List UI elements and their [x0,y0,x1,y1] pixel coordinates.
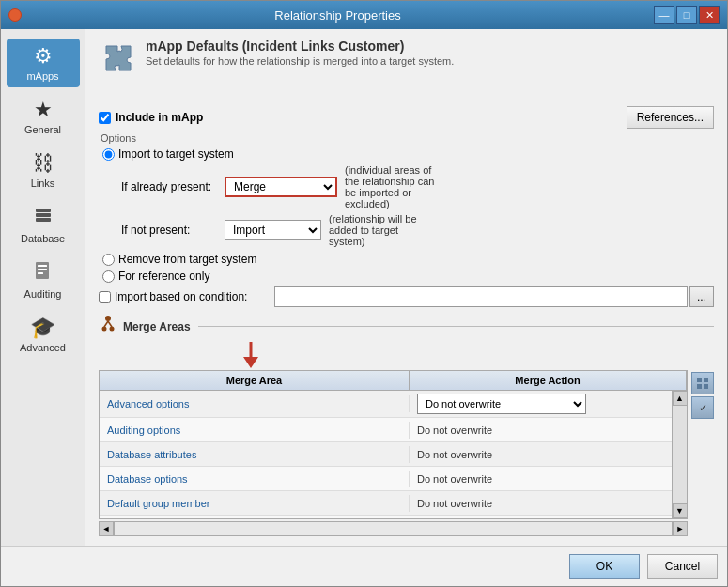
include-mapp-label[interactable]: Include in mApp [99,111,203,124]
remove-radio-row: Remove from target system [102,253,714,266]
cell-action: Do not overwrite [410,495,672,512]
cell-action: Do not overwrite [410,422,672,439]
table-section: Merge Area Merge Action Advanced options… [99,370,714,536]
merge-table: Merge Area Merge Action Advanced options… [99,370,688,519]
cell-area[interactable]: Advanced options [100,395,410,412]
table-body-wrapper: Advanced optionsDo not overwriteAuditing… [100,391,687,518]
condition-checkbox[interactable] [99,291,111,303]
table-row: Database optionsDo not overwrite [100,467,672,491]
cell-area[interactable]: Database options [100,471,410,487]
sidebar: ⚙ mApps ★ General ⛓ Links Datab [1,29,85,546]
advanced-icon: 🎓 [30,316,55,340]
reference-label: For reference only [118,270,209,283]
svg-rect-2 [36,218,51,222]
ok-button[interactable]: OK [569,554,640,579]
condition-browse-button[interactable]: ... [689,286,714,307]
already-present-label: If already present: [121,180,225,193]
content-area: ⚙ mApps ★ General ⛓ Links Datab [1,29,727,546]
cell-area[interactable]: Auditing options [100,422,410,439]
header-text: mApp Defaults (Incident Links Customer) … [146,39,454,67]
svg-rect-0 [36,209,51,212]
import-options: If already present: Merge Do not import … [121,164,714,247]
condition-row: Import based on condition: ... [99,286,714,307]
sidebar-item-advanced[interactable]: 🎓 Advanced [7,310,80,359]
import-label: Import to target system [118,147,234,161]
scroll-up-arrow[interactable]: ▲ [673,391,688,406]
import-radio[interactable] [102,148,115,161]
cancel-button[interactable]: Cancel [647,554,718,579]
col-header-area: Merge Area [100,371,410,390]
mapps-icon: ⚙ [34,44,53,69]
merge-areas-header: Merge Areas [99,315,714,338]
merge-areas-section: Merge Areas Merge Area [99,315,714,536]
svg-point-11 [110,327,115,332]
maximize-button[interactable]: □ [676,6,697,24]
condition-input[interactable] [274,286,688,307]
horizontal-scrollbar[interactable] [114,521,673,536]
red-arrow [99,342,714,368]
reference-radio[interactable] [102,270,115,283]
svg-rect-17 [704,384,708,389]
svg-rect-5 [38,269,47,270]
svg-point-10 [102,327,107,332]
cell-area[interactable]: Database attributes [100,446,410,463]
table-row: Auditing optionsDo not overwrite [100,418,672,442]
svg-rect-14 [697,378,702,382]
svg-point-7 [105,316,111,321]
action-text: Do not overwrite [417,449,492,460]
remove-radio[interactable] [102,254,115,266]
titlebar: Relationship Properties — □ ✕ [1,1,727,29]
sidebar-item-links[interactable]: ⛓ Links [7,146,80,194]
svg-marker-13 [243,357,258,368]
auditing-icon [33,260,54,286]
col-header-action: Merge Action [410,371,687,390]
reference-radio-row: For reference only [102,270,714,283]
sidebar-item-general[interactable]: ★ General [7,92,80,141]
svg-rect-4 [38,265,47,267]
references-button[interactable]: References... [627,106,714,129]
cell-action: Do not overwrite [410,391,672,417]
sidebar-item-auditing[interactable]: Auditing [7,255,80,305]
puzzle-icon [99,39,136,85]
header-subtitle: Set defaults for how the relationship is… [146,55,454,67]
sidebar-item-database[interactable]: Database [7,199,80,250]
window-title: Relationship Properties [22,8,654,23]
minimize-button[interactable]: — [654,6,674,24]
vertical-scrollbar[interactable]: ▲ ▼ [672,391,687,518]
sidebar-item-mapps[interactable]: ⚙ mApps [7,39,80,87]
table-icon-btn-2[interactable]: ✓ [691,396,714,419]
main-panel: mApp Defaults (Incident Links Customer) … [85,29,727,546]
cell-area[interactable]: Default group member [100,495,410,512]
main-window: Relationship Properties — □ ✕ ⚙ mApps ★ … [0,0,728,587]
cell-action: Do not overwrite [410,471,672,487]
include-mapp-row: Include in mApp References... [99,106,714,129]
remove-label: Remove from target system [118,253,256,266]
table-icon-btn-1[interactable] [691,372,714,394]
svg-rect-6 [38,272,43,274]
close-button[interactable]: ✕ [699,6,720,24]
svg-line-9 [108,321,112,327]
action-text: Do not overwrite [417,473,492,485]
scroll-right-arrow[interactable]: ► [673,521,688,536]
action-text: Do not overwrite [417,425,492,436]
scroll-down-arrow[interactable]: ▼ [673,503,688,518]
merge-areas-divider [198,326,714,327]
action-dropdown[interactable]: Do not overwrite [417,394,586,414]
header-title: mApp Defaults (Incident Links Customer) [146,39,454,54]
not-present-combo[interactable]: Import Do not import [225,220,321,240]
already-present-combo[interactable]: Merge Do not import Do not overwrite [225,177,337,197]
svg-rect-16 [697,384,702,389]
sidebar-label-database: Database [21,233,65,244]
already-present-row: If already present: Merge Do not import … [121,164,714,209]
include-mapp-checkbox[interactable] [99,112,111,124]
options-label: Options [101,132,714,144]
sidebar-label-links: Links [31,178,55,189]
database-icon [33,205,54,231]
import-radio-row: Import to target system [102,147,714,161]
sidebar-label-mapps: mApps [26,70,58,82]
svg-rect-1 [36,213,51,217]
svg-rect-15 [704,378,708,382]
not-present-row: If not present: Import Do not import (re… [121,213,714,247]
scroll-left-arrow[interactable]: ◄ [99,521,114,536]
sidebar-label-advanced: Advanced [20,342,66,353]
